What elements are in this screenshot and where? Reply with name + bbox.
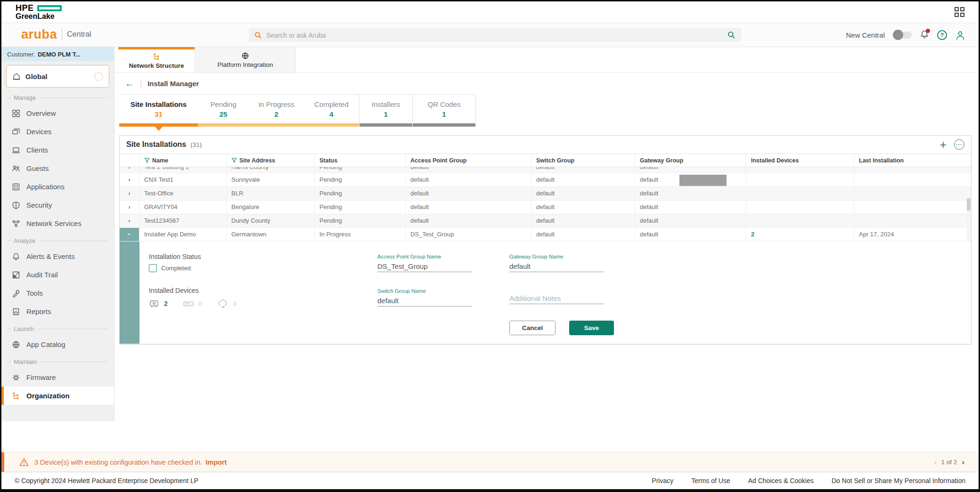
stat-tab-qr-codes[interactable]: QR Codes 1 — [412, 94, 476, 123]
table-row[interactable]: › GRAVITY04 Bengalore Pending default de… — [120, 201, 971, 214]
more-options-icon[interactable]: ··· — [954, 139, 964, 150]
cell-gateway-group: default — [635, 228, 746, 241]
switch-count: 0 — [199, 300, 202, 307]
gateway-icon — [217, 298, 229, 309]
column-header-status[interactable]: Status — [315, 154, 406, 167]
cell-last-installation — [854, 201, 971, 214]
collapse-row-icon[interactable]: › — [120, 228, 139, 241]
stat-label: Pending — [210, 100, 236, 108]
cell-site-address: Germantown — [227, 228, 315, 241]
customer-bar: Customer: DEMO PLM T... — [1, 47, 114, 61]
sidebar-item-label: Firmware — [26, 373, 56, 381]
stat-count: 2 — [274, 110, 278, 118]
table-row-expanded[interactable]: › Installer App Demo Germantown In Progr… — [120, 228, 971, 242]
cell-status: Pending — [315, 173, 406, 186]
gateway-group-name-input[interactable]: default — [509, 262, 604, 272]
expand-row-icon[interactable]: › — [120, 214, 139, 227]
central-appbar: aruba Central Search or ask Aruba New Ce… — [1, 23, 979, 47]
column-header-last-installation[interactable]: Last Installation — [854, 154, 971, 167]
scope-spinner-icon — [94, 72, 103, 81]
column-header-site-address[interactable]: Site Address — [227, 154, 315, 167]
stat-underline — [304, 123, 359, 127]
redacted-block — [679, 175, 727, 186]
tab-platform-integration[interactable]: Platform Integration — [195, 47, 296, 73]
switch-group-name-input[interactable]: default — [377, 297, 472, 306]
sidebar-item-overview[interactable]: Overview — [1, 104, 114, 122]
hierarchy-icon — [153, 53, 161, 61]
gear-icon — [12, 373, 20, 382]
cell-status: Pending — [315, 167, 406, 173]
page-title: Install Manager — [147, 80, 199, 88]
scrollbar-thumb[interactable] — [967, 198, 971, 210]
ap-group-name-input[interactable]: DS_Test_Group — [377, 262, 472, 272]
app-launcher-icon[interactable] — [955, 7, 964, 17]
column-header-installed-devices[interactable]: Installed Devices — [746, 154, 854, 167]
tab-network-structure[interactable]: Network Structure — [118, 47, 195, 73]
sidebar-item-devices[interactable]: Devices — [1, 122, 114, 141]
help-icon[interactable]: ? — [937, 30, 947, 40]
column-header-ap-group[interactable]: Access Point Group — [406, 154, 531, 167]
panel-count: (31) — [190, 141, 939, 148]
save-button[interactable]: Save — [569, 321, 614, 335]
hierarchy-icon — [12, 392, 20, 400]
table-scrollbar[interactable] — [967, 198, 971, 242]
column-header-name[interactable]: Name — [139, 154, 227, 167]
stat-tab-site-installations[interactable]: Site Installations 31 — [119, 94, 198, 123]
table-row[interactable]: › CNX Test1 Sunnyvale Pending default de… — [120, 173, 971, 187]
stat-tab-completed[interactable]: Completed 4 — [304, 94, 359, 123]
sidebar-item-clients[interactable]: Clients — [1, 141, 114, 159]
stat-tab-pending[interactable]: Pending 25 — [198, 94, 249, 123]
sidebar-item-label: Network Services — [26, 219, 82, 227]
global-search-input[interactable]: Search or ask Aruba — [249, 28, 741, 42]
import-link[interactable]: Import — [205, 459, 227, 466]
sidebar-item-guests[interactable]: Guests — [1, 159, 114, 177]
expand-row-icon[interactable]: › — [120, 201, 139, 214]
filter-icon[interactable] — [231, 158, 237, 163]
sidebar-item-firmware[interactable]: Firmware — [1, 368, 114, 387]
cell-installed-devices — [746, 214, 854, 227]
sidebar-item-network-services[interactable]: Network Services — [1, 214, 114, 233]
footer-link-do-not-sell[interactable]: Do Not Sell or Share My Personal Informa… — [832, 477, 965, 484]
sidebar-item-reports[interactable]: Reports — [1, 302, 114, 321]
table-row[interactable]: › Test 2 Building 2 Harris County Pendin… — [120, 167, 971, 173]
expand-row-icon[interactable]: › — [120, 173, 139, 186]
sidebar-item-security[interactable]: Security — [1, 196, 114, 214]
sidebar-item-app-catalog[interactable]: App Catalog — [1, 335, 114, 354]
expand-row-icon[interactable]: › — [120, 187, 139, 200]
sidebar-item-tools[interactable]: Tools — [1, 284, 114, 302]
additional-notes-input[interactable]: Additional Notes — [509, 294, 604, 304]
footer-link-terms[interactable]: Terms of Use — [691, 477, 730, 484]
page-prev-icon[interactable]: ‹ — [934, 458, 937, 467]
cancel-button[interactable]: Cancel — [509, 321, 555, 335]
table-row[interactable]: › Test-Office BLR Pending default defaul… — [120, 187, 971, 201]
switch-icon — [183, 298, 194, 309]
add-installation-button[interactable]: + — [939, 140, 947, 149]
stat-tab-installers[interactable]: Installers 1 — [359, 94, 412, 123]
sidebar-item-audit-trail[interactable]: Audit Trail — [1, 266, 114, 284]
filter-icon[interactable] — [144, 158, 150, 163]
search-icon[interactable] — [727, 31, 735, 39]
brand-divider — [62, 29, 62, 40]
completed-checkbox[interactable] — [149, 264, 157, 272]
column-header-gateway-group[interactable]: Gateway Group — [635, 154, 746, 167]
cell-installed-devices[interactable]: 2 — [746, 228, 854, 241]
new-central-toggle[interactable] — [893, 32, 912, 39]
footer-link-ad-choices[interactable]: Ad Choices & Cookies — [748, 477, 814, 484]
table-row[interactable]: › Test1234567 Dundy County Pending defau… — [120, 214, 971, 228]
sidebar-item-organization[interactable]: Organization — [1, 387, 114, 405]
switch-group-name-label: Switch Group Name — [377, 288, 472, 294]
tab-label: Platform Integration — [218, 61, 273, 68]
scope-selector-global[interactable]: Global — [6, 65, 109, 88]
stat-label: Site Installations — [131, 100, 187, 108]
footer-link-privacy[interactable]: Privacy — [652, 477, 673, 484]
expand-row-icon[interactable]: › — [120, 167, 139, 173]
sidebar-item-applications[interactable]: Applications — [1, 177, 114, 196]
user-account-icon[interactable] — [955, 30, 965, 40]
page-next-icon[interactable]: › — [962, 458, 964, 467]
sidebar-item-alerts-events[interactable]: Alerts & Events — [1, 247, 114, 266]
back-arrow-icon[interactable]: ← — [125, 78, 134, 89]
greenlake-topbar: HPE GreenLake — [1, 1, 979, 23]
notifications-bell-icon[interactable] — [920, 30, 929, 41]
column-header-switch-group[interactable]: Switch Group — [531, 154, 635, 167]
stat-tab-in-progress[interactable]: In Progress 2 — [249, 94, 304, 123]
